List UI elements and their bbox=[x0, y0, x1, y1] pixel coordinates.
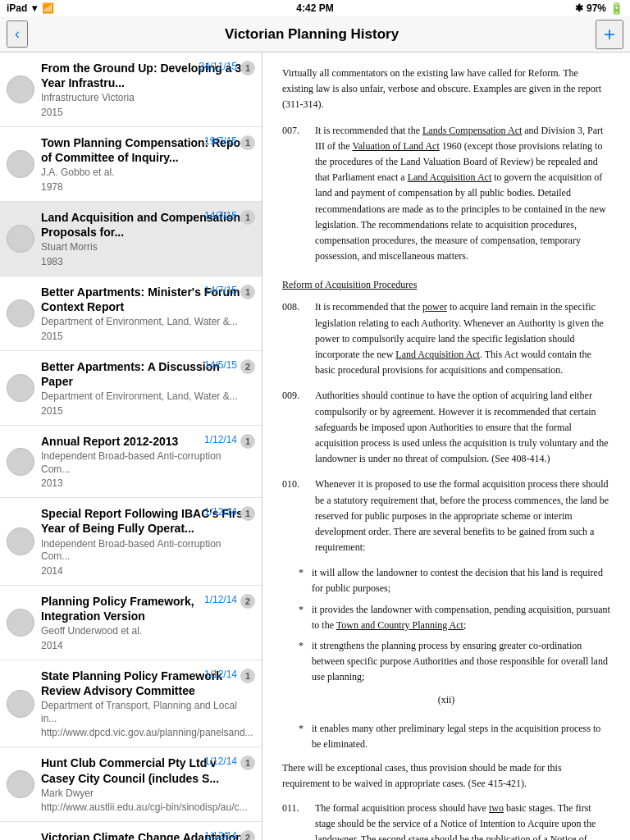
list-item-avatar bbox=[7, 448, 34, 476]
document-text: Virtually all commentators on the existi… bbox=[282, 66, 610, 840]
list-item[interactable]: 1/12/141Hunt Club Commercial Pty Ltd v C… bbox=[0, 747, 262, 822]
list-item-date: 1/12/14 bbox=[204, 506, 237, 518]
list-item-badge: 1 bbox=[240, 669, 255, 683]
list-item-avatar bbox=[7, 299, 34, 327]
doc-link-valuation: Valuation of Land Act bbox=[352, 140, 439, 152]
bullet-star-2: * bbox=[299, 602, 312, 633]
list-item-badge: 2 bbox=[240, 594, 255, 609]
list-item-subtitle: Independent Broad-based Anti-corruption … bbox=[41, 450, 252, 476]
list-item-subtitle: Department of Environment, Land, Water &… bbox=[41, 316, 252, 329]
list-item-subtitle: Geoff Underwood et al. bbox=[41, 625, 252, 638]
list-item-year: 2013 bbox=[41, 477, 252, 489]
list-item-avatar bbox=[7, 770, 34, 798]
doc-bullet-1: * it will allow the landowner to contest… bbox=[282, 565, 610, 596]
document-panel: Virtually all commentators on the existi… bbox=[262, 52, 630, 840]
doc-link-two: two bbox=[489, 802, 504, 814]
doc-paragraph-009: 009. Authorities should continue to have… bbox=[282, 388, 610, 467]
doc-link-lands: Lands Compensation Act bbox=[422, 125, 522, 136]
list-item[interactable]: 1/12/141Special Report Following IBAC's … bbox=[0, 498, 262, 586]
list-item-year: 2015 bbox=[41, 331, 252, 342]
list-item-year: 2014 bbox=[41, 565, 252, 577]
bullet-text-1: it will allow the landowner to contest t… bbox=[312, 565, 610, 596]
doc-paragraph-011: 011. The formal acquisition process shou… bbox=[282, 801, 610, 841]
battery-label: 97% bbox=[587, 2, 606, 14]
battery-icon: 🔋 bbox=[609, 2, 623, 15]
doc-body-009: Authorities should continue to have the … bbox=[315, 388, 610, 467]
list-item-avatar bbox=[7, 150, 34, 178]
doc-num-010: 010. bbox=[282, 477, 315, 555]
doc-body-008: It is recommended that the power to acqu… bbox=[315, 299, 610, 378]
doc-section-title: Reform of Acquisition Procedures bbox=[282, 277, 610, 293]
list-item[interactable]: 1/12/142Planning Policy Framework, Integ… bbox=[0, 586, 262, 660]
doc-link-land-acq: Land Acquisition Act bbox=[408, 171, 492, 183]
list-item-avatar bbox=[7, 225, 34, 253]
bullet-text-3: it strengthens the planning process by e… bbox=[312, 638, 610, 686]
list-item-date: 14/5/15 bbox=[204, 359, 237, 371]
list-item[interactable]: 14/5/152Better Apartments: A Discussion … bbox=[0, 351, 262, 426]
list-item[interactable]: 14/7/151Better Apartments: Minister's Fo… bbox=[0, 276, 262, 351]
doc-bullet-3: * it strengthens the planning process by… bbox=[282, 638, 610, 686]
list-item-badge: 1 bbox=[240, 210, 255, 225]
list-item-subtitle: Department of Environment, Land, Water &… bbox=[41, 390, 252, 404]
bullet-star-3: * bbox=[299, 638, 312, 686]
list-item[interactable]: 24/11/151From the Ground Up: Developing … bbox=[0, 52, 262, 127]
list-item-avatar bbox=[7, 690, 34, 718]
list-item-url: http://www.dpcd.vic.gov.au/planning/pane… bbox=[41, 727, 252, 738]
doc-paragraph-010: 010. Whenever it is proposed to use the … bbox=[282, 477, 610, 555]
doc-bullet-4: * it enables many other preliminary lega… bbox=[282, 721, 610, 752]
list-item-date: 1/12/14 bbox=[204, 594, 237, 605]
list-item-badge: 1 bbox=[240, 506, 255, 521]
doc-interlude: There will be exceptional cases, thus pr… bbox=[282, 760, 610, 792]
doc-body-011: The formal acquisition process should ha… bbox=[315, 801, 610, 841]
list-item-subtitle: Infrastructure Victoria bbox=[41, 92, 252, 105]
list-item[interactable]: 1/12/141Annual Report 2012-2013Independe… bbox=[0, 426, 262, 498]
list-item-date: 1/12/14 bbox=[204, 756, 237, 767]
signal-icon: 📶 bbox=[42, 2, 54, 14]
list-item-date: 1/12/14 bbox=[204, 669, 237, 680]
list-item-badge: 1 bbox=[240, 135, 255, 150]
doc-body-010: Whenever it is proposed to use the forma… bbox=[315, 477, 610, 555]
doc-link-land-acq2: Land Acquisition Act bbox=[395, 349, 480, 360]
doc-num-011: 011. bbox=[282, 801, 315, 841]
list-item-badge: 2 bbox=[240, 830, 255, 840]
bluetooth-icon: ✱ bbox=[575, 2, 583, 14]
list-item-date: 24/11/15 bbox=[199, 61, 237, 72]
status-time: 4:42 PM bbox=[296, 2, 333, 14]
list-item-subtitle: Stuart Morris bbox=[41, 241, 252, 254]
list-item-badge: 1 bbox=[240, 61, 255, 75]
doc-body-007: It is recommended that the Lands Compens… bbox=[315, 123, 610, 265]
list-item-year: 2015 bbox=[41, 405, 252, 417]
back-button[interactable]: ‹ bbox=[7, 21, 28, 48]
list-item[interactable]: 1/12/142Victorian Climate Change Adaptat… bbox=[0, 822, 262, 840]
list-item-subtitle: Mark Dwyer bbox=[41, 788, 252, 801]
main-content: 24/11/151From the Ground Up: Developing … bbox=[0, 52, 630, 840]
doc-link-power: power bbox=[422, 301, 447, 313]
list-item-date: 14/7/15 bbox=[204, 210, 237, 221]
list-item[interactable]: 14/7/151Land Acquisition and Compensatio… bbox=[0, 202, 262, 276]
list-item-badge: 1 bbox=[240, 756, 255, 770]
doc-num-009: 009. bbox=[282, 388, 315, 467]
bullet-star-1: * bbox=[299, 565, 312, 596]
doc-link-town: Town and Country Planning Act bbox=[336, 619, 463, 631]
status-left: iPad ▾ 📶 bbox=[7, 2, 54, 14]
nav-title: Victorian Planning History bbox=[28, 26, 596, 43]
list-item-avatar bbox=[7, 75, 34, 103]
status-bar: iPad ▾ 📶 4:42 PM ✱ 97% 🔋 bbox=[0, 0, 630, 16]
list-item-url: http://www.austlii.edu.au/cgi-bin/sinodi… bbox=[41, 801, 252, 813]
doc-intro: Virtually all commentators on the existi… bbox=[282, 66, 610, 113]
list-item-subtitle: Department of Transport, Planning and Lo… bbox=[41, 700, 252, 725]
status-right: ✱ 97% 🔋 bbox=[575, 2, 623, 15]
list-item[interactable]: 1/12/141State Planning Policy Framework … bbox=[0, 660, 262, 748]
wifi-icon: ▾ bbox=[32, 2, 37, 14]
add-button[interactable]: + bbox=[596, 20, 623, 49]
list-item-date: 1/12/14 bbox=[204, 434, 237, 445]
bullet-text-2: it provides the landowner with compensat… bbox=[312, 602, 610, 633]
list-item[interactable]: 19/7/151Town Planning Compensation: Repo… bbox=[0, 127, 262, 202]
page-number: (xii) bbox=[282, 692, 610, 708]
doc-num-007: 007. bbox=[282, 123, 315, 265]
carrier-label: iPad bbox=[7, 2, 27, 14]
list-item-avatar bbox=[7, 374, 34, 402]
doc-paragraph-007: 007. It is recommended that the Lands Co… bbox=[282, 123, 610, 265]
doc-num-008: 008. bbox=[282, 299, 315, 378]
list-item-date: 19/7/15 bbox=[204, 135, 237, 147]
